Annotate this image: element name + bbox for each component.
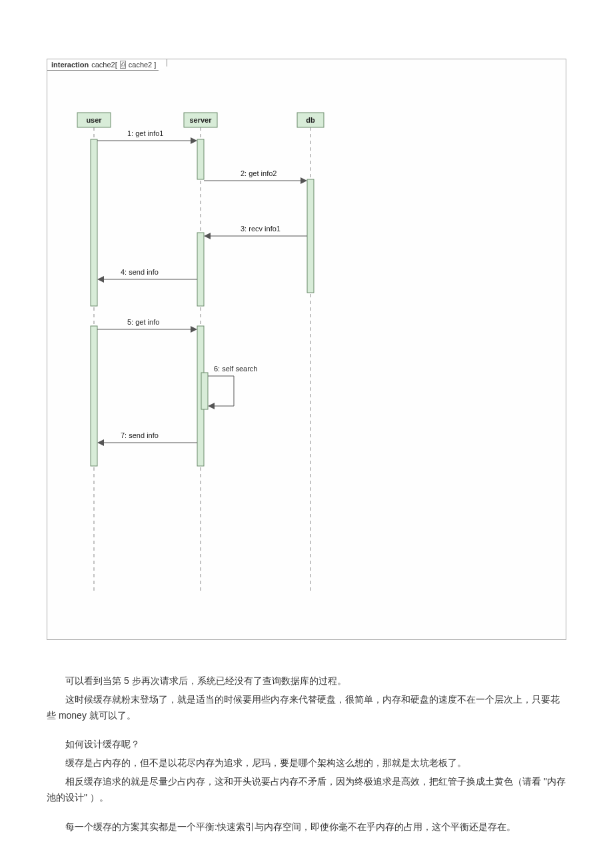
activation-db-1: [307, 179, 314, 293]
arrow-5: [191, 326, 197, 333]
activation-server-1: [197, 139, 204, 179]
body-text: 可以看到当第 5 步再次请求后，系统已经没有了查询数据库的过程。 这时候缓存就粉…: [47, 673, 566, 835]
arrow-6: [208, 403, 215, 409]
arrow-3: [204, 233, 211, 239]
para-1: 可以看到当第 5 步再次请求后，系统已经没有了查询数据库的过程。: [47, 673, 566, 689]
msg-label-2: 2: get info2: [241, 169, 277, 177]
msg-label-1: 1: get info1: [127, 129, 163, 137]
para-2: 这时候缓存就粉末登场了，就是适当的时候要用些内存来代替硬盘，很简单，内存和硬盘的…: [47, 692, 566, 724]
activation-server-2: [197, 233, 204, 306]
arrow-7: [97, 439, 104, 446]
arrow-4: [97, 276, 104, 283]
msg-label-4: 4: send info: [121, 268, 159, 276]
msg-line-6: [208, 376, 234, 406]
msg-label-3: 3: recv info1: [241, 225, 281, 233]
para-6: 每一个缓存的方案其实都是一个平衡:快速索引与内存空间，即使你毫不在乎内存的占用，…: [47, 819, 566, 835]
msg-label-7: 7: send info: [121, 431, 159, 439]
activation-user-2: [91, 326, 97, 466]
sequence-diagram-frame: interaction cache2[ ⎙ cache2 ] user serv…: [47, 59, 566, 640]
sequence-diagram-svg: user server db 1: get info1 2: get info2: [47, 59, 567, 639]
lifeline-label-db: db: [306, 116, 315, 124]
para-5: 相反缓存追求的就是尽量少占内存，这和开头说要占内存不矛盾，因为终极追求是高效，把…: [47, 774, 566, 806]
lifeline-label-user: user: [86, 116, 102, 124]
activation-server-self: [201, 373, 208, 409]
para-3: 如何设计缓存呢？: [47, 737, 566, 753]
arrow-1: [191, 137, 197, 144]
activation-user-1: [91, 139, 97, 306]
para-4: 缓存是占内存的，但不是以花尽内存为追求，尼玛，要是哪个架构这么想的，那就是太坑老…: [47, 755, 566, 771]
msg-label-6: 6: self search: [214, 365, 257, 373]
lifeline-label-server: server: [189, 116, 212, 124]
msg-label-5: 5: get info: [127, 318, 159, 326]
arrow-2: [301, 177, 307, 184]
